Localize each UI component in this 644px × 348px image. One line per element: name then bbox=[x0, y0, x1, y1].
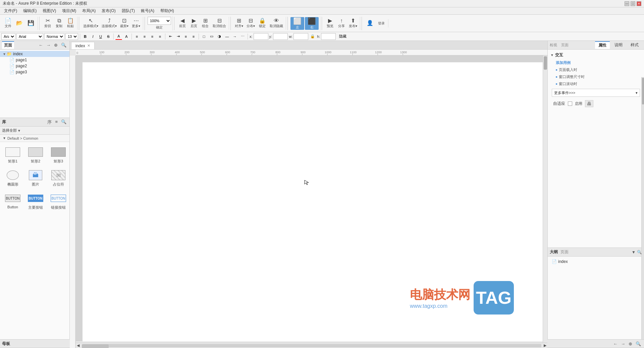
toolbar-save-button[interactable]: 💾 bbox=[25, 20, 36, 27]
minimize-button[interactable]: — bbox=[625, 1, 629, 6]
category-expand-icon[interactable]: ▼ bbox=[3, 136, 6, 140]
tree-item-page1[interactable]: 📄 page1 bbox=[0, 57, 69, 63]
toolbar-bringforward-button[interactable]: ⬜ 左 bbox=[290, 17, 304, 30]
toolbar-cut-button[interactable]: ✂ 剪切 bbox=[42, 17, 53, 29]
toolbar-paste-button[interactable]: 📋 粘贴 bbox=[65, 17, 76, 29]
h-scroll-thumb[interactable] bbox=[82, 344, 109, 348]
widget-sort-icon[interactable]: 序 bbox=[46, 119, 53, 126]
toolbar-new-button[interactable]: 📄 文件 bbox=[3, 17, 13, 29]
widget-rect1[interactable]: 矩形1 bbox=[3, 145, 23, 165]
canvas-tab-index[interactable]: index ✕ bbox=[71, 42, 95, 49]
line-style-button[interactable]: — bbox=[224, 33, 230, 40]
master-back-icon[interactable]: ← bbox=[612, 341, 619, 347]
widget-button[interactable]: BUTTON Button bbox=[3, 191, 23, 211]
pages-back-icon[interactable]: ← bbox=[38, 42, 44, 48]
pages-add-icon[interactable]: ⊕ bbox=[53, 42, 59, 48]
underline-button[interactable]: U bbox=[97, 33, 104, 40]
interaction-page-load[interactable]: ■ 页面载入时 bbox=[550, 66, 641, 73]
menu-team[interactable]: 团队(T) bbox=[119, 7, 138, 14]
h-scrollbar[interactable]: ◀ ▶ bbox=[76, 343, 547, 348]
toolbar-distribute-button[interactable]: ⊟ 分布▾ bbox=[245, 17, 256, 29]
toolbar-share-button[interactable]: ↑ 分享 bbox=[336, 17, 347, 29]
toolbar-preview-button[interactable]: ▶ 预览 bbox=[325, 17, 335, 29]
filter-dropdown-icon[interactable]: ▾ bbox=[18, 128, 20, 133]
y-input[interactable] bbox=[273, 33, 288, 40]
toolbar-open-button[interactable]: 📂 bbox=[14, 20, 25, 27]
toolbar-prevpage-button[interactable]: ◀ 前页 bbox=[177, 17, 188, 29]
align-left-button[interactable]: ≡ bbox=[133, 33, 140, 40]
style-select[interactable]: Arial bbox=[1, 33, 15, 40]
toolbar-user-button[interactable]: 👤 bbox=[365, 20, 375, 27]
outline-sort-icon[interactable]: ▼ bbox=[632, 250, 636, 255]
arrow-style-button[interactable]: → bbox=[231, 33, 238, 40]
border-color-button[interactable]: □ bbox=[201, 33, 207, 40]
master-add-icon[interactable]: ⊕ bbox=[628, 341, 633, 347]
widget-placeholder[interactable]: ✉ 占位符 bbox=[48, 168, 68, 188]
canvas-content[interactable]: 电脑技术网 www.tagxp.com TAG bbox=[76, 56, 547, 341]
link-color-button[interactable]: A bbox=[123, 33, 130, 40]
h-scroll-track[interactable] bbox=[82, 344, 541, 347]
font-family-select[interactable]: Arial 微软雅黑 bbox=[16, 33, 43, 40]
font-style-select[interactable]: Normal Bold Italic bbox=[44, 33, 64, 40]
pages-search-icon[interactable]: 🔍 bbox=[60, 42, 67, 48]
widget-rect2[interactable]: 矩形2 bbox=[25, 145, 46, 165]
interaction-window-resize[interactable]: ■ 窗口调整尺寸时 bbox=[550, 73, 641, 80]
hide-element-button[interactable]: 隐藏 bbox=[337, 33, 349, 40]
interaction-window-scroll[interactable]: ■ 窗口滚动时 bbox=[550, 80, 641, 87]
menu-help[interactable]: 帮助(H) bbox=[158, 7, 177, 14]
scroll-right-arrow[interactable]: ▶ bbox=[543, 343, 547, 348]
fill-color-button[interactable]: ▭ bbox=[208, 33, 215, 40]
widget-button-link[interactable]: BUTTON 链接按钮 bbox=[48, 191, 68, 211]
tab-close-icon[interactable]: ✕ bbox=[87, 44, 90, 48]
h-input[interactable] bbox=[321, 33, 336, 40]
more-events-button[interactable]: 更多事件>>> ▾ bbox=[552, 89, 640, 97]
toolbar-sendbackward-button[interactable]: ⬛ 右 bbox=[305, 17, 319, 30]
outline-item-index[interactable]: 📄 index bbox=[550, 259, 641, 265]
toolbar-lock-button[interactable]: 🔒 锁定 bbox=[257, 17, 268, 29]
toolbar-connectmode-button[interactable]: ⤴ 连接模式▾ bbox=[100, 17, 118, 29]
outline-tab-outline[interactable]: 大纲 bbox=[550, 249, 558, 255]
widget-search-icon[interactable]: 🔍 bbox=[60, 119, 67, 126]
indent-button[interactable]: ⇥ bbox=[175, 33, 181, 40]
outdent-button[interactable]: ⇤ bbox=[167, 33, 174, 40]
align-right-button[interactable]: ≡ bbox=[149, 33, 156, 40]
menu-layout[interactable]: 布局(A) bbox=[79, 7, 98, 14]
lock-aspect-button[interactable]: 🔒 bbox=[309, 33, 316, 40]
more-fmt-button[interactable]: ⋯ bbox=[239, 33, 246, 40]
bold-button[interactable]: B bbox=[82, 33, 89, 40]
toolbar-export-button[interactable]: ⬆ 发布▾ bbox=[347, 17, 359, 29]
w-input[interactable] bbox=[293, 33, 308, 40]
strikethrough-button[interactable]: S bbox=[105, 33, 112, 40]
opacity-button[interactable]: ◑ bbox=[216, 33, 223, 40]
toolbar-ungroup-button[interactable]: ⊟ 取消组合 bbox=[211, 17, 227, 29]
toolbar-hide-button[interactable]: 👁 取消隐藏 bbox=[268, 17, 284, 29]
widget-rect3[interactable]: 矩形3 bbox=[48, 145, 68, 165]
props-tab-style[interactable]: 样式 bbox=[627, 42, 642, 49]
zoom-select[interactable]: 100% 150% 200% 75% 50% bbox=[148, 17, 171, 25]
adaptive-enable-checkbox[interactable] bbox=[568, 101, 572, 106]
toolbar-login-button[interactable]: 登录 bbox=[376, 20, 387, 26]
menu-project[interactable]: 项目(M) bbox=[59, 7, 79, 14]
italic-button[interactable]: I bbox=[90, 33, 96, 40]
widget-image[interactable]: 🏔 图片 bbox=[25, 168, 46, 188]
ordered-button[interactable]: ≡ bbox=[190, 33, 197, 40]
toolbar-group-button[interactable]: ⊞ 组合 bbox=[200, 17, 211, 29]
adaptive-config-button[interactable]: 品 bbox=[585, 100, 593, 107]
scroll-left-arrow[interactable]: ◀ bbox=[76, 343, 80, 348]
interaction-section-header[interactable]: ▼ 交互 bbox=[550, 52, 641, 58]
toolbar-selectmode-button[interactable]: ↖ 选择模式▾ bbox=[82, 17, 100, 29]
left-panel-scrollbar[interactable] bbox=[641, 77, 644, 339]
widget-menu-icon[interactable]: ≡ bbox=[54, 119, 59, 126]
pages-forward-icon[interactable]: → bbox=[45, 42, 52, 48]
menu-edit[interactable]: 编辑(E) bbox=[20, 7, 39, 14]
font-color-button[interactable]: A bbox=[115, 33, 122, 40]
tree-expand-index[interactable]: ▼ bbox=[3, 52, 7, 56]
menu-publish[interactable]: 发布(O) bbox=[99, 7, 118, 14]
x-input[interactable] bbox=[254, 33, 268, 40]
master-forward-icon[interactable]: → bbox=[620, 341, 626, 347]
maximize-button[interactable]: □ bbox=[631, 1, 635, 6]
add-action-button[interactable]: 添加用例 bbox=[550, 59, 641, 66]
tree-item-page2[interactable]: 📄 page2 bbox=[0, 63, 69, 69]
bullet-button[interactable]: ≡ bbox=[182, 33, 189, 40]
toolbar-align-button[interactable]: ⊞ 对齐▾ bbox=[233, 17, 245, 29]
